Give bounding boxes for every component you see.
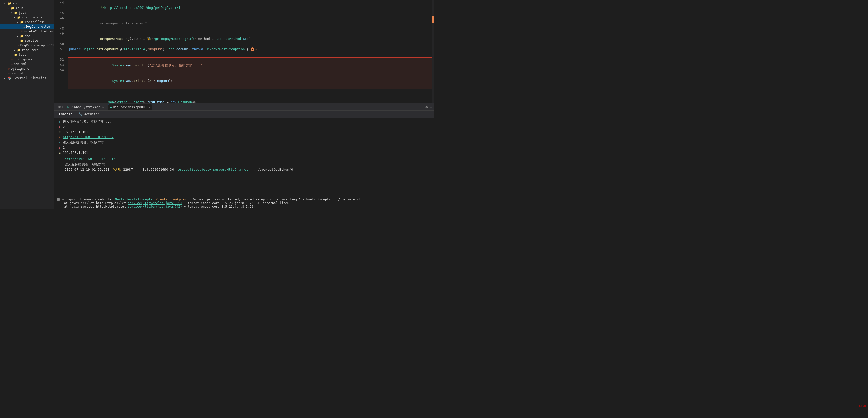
run-tab-dogprovider[interactable]: ▶ DogProviderApp8001 ✕ <box>108 104 153 110</box>
file-tree: 📁 src 📁 main 📁 java 📁 com.liu.susu 📁 con… <box>0 0 55 209</box>
git-icon: ⚙ <box>11 58 13 61</box>
sidebar-item-external-libs[interactable]: 📚 External Libraries <box>0 76 54 81</box>
sidebar-item-package[interactable]: 📁 com.liu.susu <box>0 15 54 20</box>
sidebar-item-label: EurekaController <box>24 30 54 33</box>
error-line-2: at javax.servlet.http.HttpServlet.servic… <box>57 201 432 205</box>
code-line-empty <box>69 89 434 94</box>
sidebar-item-label: External Libraries <box>12 76 46 80</box>
up-arrow: ↑ <box>57 140 63 145</box>
gear-icon[interactable]: ⚙ <box>426 105 428 109</box>
scrollbar-marker <box>433 27 433 32</box>
tab-actuator[interactable]: 🔧 Actuator <box>76 111 102 118</box>
sidebar-item-test[interactable]: 📁 test <box>0 53 54 57</box>
sidebar-item-label: DogProviderApp8001 <box>21 43 54 47</box>
eq-arrow: ≡ <box>57 150 63 155</box>
console-text: : /dog/getDogByNum/0 <box>248 167 293 172</box>
service-link1[interactable]: service(HttpServlet.java:635) <box>128 201 182 205</box>
sidebar-item-controller[interactable]: 📁 controller <box>0 20 54 24</box>
minus-icon[interactable]: − <box>430 105 432 109</box>
arrow-icon <box>7 7 10 9</box>
eq-arrow: ≡ <box>57 129 63 135</box>
folder-icon: 📁 <box>20 39 24 42</box>
folder-icon: 📁 <box>11 6 14 10</box>
down-arrow: ↓ <box>57 145 63 150</box>
service-link2[interactable]: service(HttpServlet.java:742) <box>128 205 182 208</box>
code-view: 44 45 46 48 49 50 51 52 53 54 <box>55 0 434 103</box>
folder-icon: 📁 <box>20 21 24 24</box>
down-arrow: ↓ <box>57 124 63 129</box>
console-text: 进入服务提供者, 模拟异常.... <box>63 140 112 145</box>
sidebar-item-label: .gitignore <box>11 67 29 70</box>
console-line-3: ≡ 192.168.1.101 <box>57 129 432 135</box>
code-line-50: Map<String, Object> resultMap = new Hash… <box>69 94 434 103</box>
create-breakpoint[interactable]: Create breakpoint <box>156 198 188 201</box>
close-icon[interactable]: ✕ <box>149 106 150 109</box>
console-box-line-2: 进入服务提供者, 模拟异常.... <box>65 162 430 167</box>
minimap-scrollbar <box>432 0 434 103</box>
console-text: 192.168.1.101 <box>63 129 88 135</box>
sidebar-item-dao[interactable]: 📁 dao <box>0 34 54 38</box>
go-to-icon: → <box>255 47 257 52</box>
java-file-icon: ☕ <box>21 30 23 33</box>
channel-link[interactable]: org.eclipse.jetty.server.HttpChannel <box>178 167 248 172</box>
breakpoint-indicator: ● <box>251 47 254 51</box>
sidebar-item-pom1[interactable]: m pom.xml <box>0 62 54 66</box>
sidebar-item-main[interactable]: 📁 main <box>0 6 54 10</box>
code-content: //http://localhost:8001/dog/getDogByNum/… <box>67 0 434 103</box>
sidebar-item-label: main <box>16 6 23 10</box>
folder-icon: 📁 <box>14 53 18 57</box>
tab-console[interactable]: Console <box>57 111 75 118</box>
arrow-icon <box>17 39 19 42</box>
console-text: 12987 --- [qtp962661690-30] <box>121 167 178 172</box>
nested-exception-link[interactable]: NestedServletException <box>115 198 156 201</box>
code-meta: no usages ✏ liuersusu * <box>69 15 434 31</box>
console-line-5: ↑ 进入服务提供者, 模拟异常.... <box>57 140 432 145</box>
java-file-icon: ☕ <box>23 25 25 29</box>
sidebar-item-label: test <box>19 53 26 57</box>
arrow-icon <box>17 21 19 24</box>
arrow-icon <box>13 16 16 19</box>
sidebar-item-service[interactable]: 📁 service <box>0 38 54 43</box>
git-icon: ⚙ <box>8 67 9 70</box>
sidebar-item-java[interactable]: 📁 java <box>0 10 54 15</box>
close-icon[interactable]: ✕ <box>102 105 104 108</box>
code-line-49: System.out.println(2 / dogNum); <box>69 73 433 89</box>
console-link-1[interactable]: http://192.168.1.101:8001/ <box>63 135 114 140</box>
code-line-48: System.out.println("进入服务提供者, 模拟异常...."); <box>69 58 433 73</box>
console-line-7: ≡ 192.168.1.101 <box>57 150 432 155</box>
sidebar-item-label: com.liu.susu <box>22 15 44 19</box>
folder-icon: 📁 <box>17 49 21 52</box>
sidebar-item-pom2[interactable]: m pom.xml <box>0 71 54 76</box>
console-box-line-3: 2023-07-11 19:01:59.311 WARN 12987 --- [… <box>65 167 430 172</box>
line-numbers: 44 45 46 48 49 50 51 52 53 54 <box>55 0 67 103</box>
sidebar-item-resources[interactable]: 📁 resources <box>0 48 54 53</box>
code-line-47 <box>69 52 434 57</box>
sidebar-item-eurekacontroller[interactable]: ☕ EurekaController <box>0 29 54 34</box>
arrow-icon <box>4 2 7 5</box>
highlighted-block: System.out.println("进入服务提供者, 模拟异常....");… <box>68 57 434 89</box>
run-tab-ribbonhystrix[interactable]: ▶ RibbonHystrixApp ✕ <box>66 104 106 110</box>
sidebar-item-gitignore2[interactable]: ⚙ .gitignore <box>0 66 54 71</box>
sidebar-item-dogcontroller[interactable]: ☕ DogController <box>0 24 54 29</box>
run-tab-label: RibbonHystrixApp <box>70 105 100 109</box>
exception-msg: : Request processing failed; nested exce… <box>188 198 364 201</box>
console-line-1: ↑ 进入服务提供者, 模拟异常.... <box>57 119 432 124</box>
scrollbar-marker2 <box>433 39 433 41</box>
sidebar-item-src[interactable]: 📁 src <box>0 1 54 6</box>
sidebar-item-dogproviderapp[interactable]: ☕ DogProviderApp8001 <box>0 43 54 48</box>
run-label: Run: <box>57 105 64 109</box>
code-line-45: @RequestMapping(value = 🐝"/getDogByNum/{… <box>69 31 434 47</box>
exception-text: org.springframework.web.util. <box>61 198 115 201</box>
app-icon: ▶ <box>68 105 69 109</box>
error-icon: ! <box>57 198 60 201</box>
sidebar-item-gitignore1[interactable]: ⚙ .gitignore <box>0 57 54 62</box>
console-text: 进入服务提供者, 模拟异常.... <box>63 119 112 124</box>
sidebar-item-label: java <box>19 11 26 14</box>
link-gutter: ⚡ <box>57 135 63 140</box>
run-tab-label: DogProviderApp8001 <box>113 105 147 109</box>
folder-icon: 📁 <box>8 2 11 5</box>
up-arrow: ↑ <box>57 119 63 124</box>
console-text: 2 <box>63 145 65 150</box>
xml-icon: m <box>8 72 9 75</box>
console-link-2[interactable]: http://192.168.1.101:8001/ <box>65 157 116 162</box>
